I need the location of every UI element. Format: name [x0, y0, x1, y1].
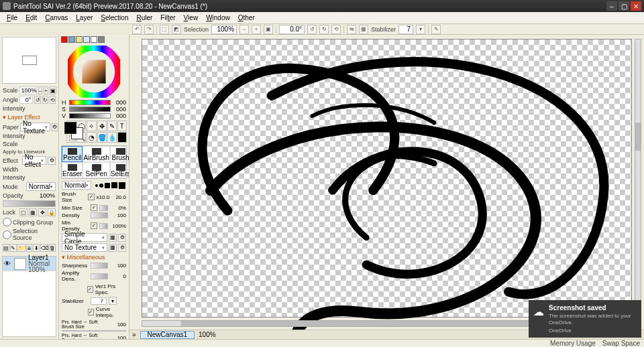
shape-opts-button[interactable]: ▦: [109, 234, 117, 242]
new-linework-button[interactable]: ✎: [10, 244, 17, 252]
invert-sel-button[interactable]: ◩: [172, 25, 181, 34]
brush-airbrush[interactable]: AirBrush: [83, 146, 109, 162]
edge-preset[interactable]: [95, 184, 98, 187]
swatch-button[interactable]: [76, 36, 83, 43]
menu-filter[interactable]: Filter: [156, 13, 179, 23]
zoom-field[interactable]: 100%: [211, 25, 237, 34]
edge-preset[interactable]: [111, 182, 117, 188]
new-layer-button[interactable]: ▤: [3, 244, 9, 252]
blend-mode-dropdown[interactable]: Normal: [26, 182, 56, 191]
angle-ccw-button[interactable]: ↺: [34, 96, 40, 104]
brush-size-chk[interactable]: ✓: [88, 194, 94, 200]
canvas-area[interactable]: [129, 35, 644, 330]
magic-wand-tool[interactable]: ✧: [87, 121, 96, 131]
menu-window[interactable]: Window: [202, 13, 234, 23]
paper-dropdown[interactable]: No Texture: [20, 123, 50, 131]
canvas-vscrollbar[interactable]: [635, 39, 641, 318]
curve-chk[interactable]: ✓: [88, 309, 94, 316]
lock-all-button[interactable]: 🔒: [48, 208, 56, 216]
effect-dropdown[interactable]: No effect: [22, 156, 46, 165]
sat-slider[interactable]: [69, 107, 111, 112]
stabilizer-field[interactable]: 7: [398, 25, 413, 34]
zoom-out-button[interactable]: –: [239, 25, 249, 34]
flip-h-button[interactable]: ⇋: [347, 25, 356, 34]
navigator-thumbnail[interactable]: [2, 37, 56, 84]
maximize-button[interactable]: ▢: [619, 1, 629, 11]
swatch-button[interactable]: [91, 36, 97, 43]
zoom-fit-button[interactable]: ▣: [264, 25, 273, 34]
document-tab[interactable]: NewCanvas1: [140, 331, 195, 339]
menu-other[interactable]: Other: [234, 13, 259, 23]
density-slider[interactable]: [91, 212, 108, 218]
hue-slider[interactable]: [69, 100, 111, 105]
min-size-chk[interactable]: ✓: [91, 204, 97, 211]
merge-down-button[interactable]: ⬇: [33, 244, 40, 252]
transfer-down-button[interactable]: ⇊: [26, 244, 33, 252]
brush-shape-dropdown[interactable]: Simple Circle: [62, 233, 107, 242]
scale-value[interactable]: 100%: [19, 86, 37, 94]
move-tool[interactable]: ✥: [97, 121, 107, 131]
brush-mode-dropdown[interactable]: Normal: [62, 181, 91, 190]
amplify-slider[interactable]: [91, 273, 108, 279]
min-size-slider[interactable]: [99, 205, 108, 211]
edge-preset[interactable]: [105, 183, 110, 188]
color-tool[interactable]: [117, 132, 127, 143]
pen-tool[interactable]: ✎: [107, 121, 117, 131]
brush-pencil[interactable]: Pencil: [62, 146, 83, 162]
selection-source-radio[interactable]: [3, 230, 11, 239]
stabilizer-dd-button[interactable]: ▾: [416, 25, 425, 34]
grid-button[interactable]: ▦: [359, 25, 368, 34]
menu-ruler[interactable]: Ruler: [132, 13, 156, 23]
min-density-slider[interactable]: [99, 223, 108, 229]
texture-opts-button[interactable]: ▦: [109, 244, 117, 252]
edge-preset[interactable]: [119, 182, 125, 189]
scale-plus-button[interactable]: +: [44, 86, 48, 94]
menu-canvas[interactable]: Canvas: [41, 13, 72, 23]
angle-reset-button[interactable]: ⟲: [50, 96, 56, 104]
swatch-button[interactable]: [98, 36, 105, 43]
layer-visibility-icon[interactable]: 👁: [3, 260, 12, 267]
rotation-field[interactable]: 0.0°: [279, 25, 305, 34]
lock-alpha-button[interactable]: ▢: [19, 208, 28, 216]
prs1-slider[interactable]: [62, 330, 126, 332]
shape-settings-button[interactable]: ⚙: [118, 234, 126, 242]
close-button[interactable]: ✕: [631, 1, 641, 11]
scale-reset-button[interactable]: ▣: [50, 86, 56, 94]
min-density-chk[interactable]: ✓: [91, 222, 97, 229]
brush-brush[interactable]: Brush: [110, 146, 129, 162]
tabbar-chevron-icon[interactable]: »: [132, 331, 136, 338]
lock-pos-button[interactable]: ✥: [38, 208, 46, 216]
menu-view[interactable]: View: [180, 13, 203, 23]
paper-opts-button[interactable]: ⚙: [52, 123, 58, 131]
layer-item[interactable]: 👁 Layer1 Normal100%: [3, 257, 56, 271]
swatch-button[interactable]: [61, 36, 68, 43]
color-wheel[interactable]: [60, 46, 127, 98]
angle-value[interactable]: 0°: [19, 96, 33, 104]
eyedropper-tool[interactable]: 💧: [107, 132, 117, 143]
brush-selpen[interactable]: SelPen: [83, 162, 109, 178]
brush-texture-dropdown[interactable]: No Texture: [62, 243, 107, 252]
rotate-ccw-button[interactable]: ↺: [307, 25, 317, 34]
brush-stabilizer-value[interactable]: 7: [91, 297, 107, 305]
deselect-button[interactable]: ⬚: [160, 25, 169, 34]
swatch-button[interactable]: [83, 36, 90, 43]
brush-size-value[interactable]: 20.0: [111, 194, 126, 200]
minimize-button[interactable]: –: [606, 1, 617, 11]
effect-opts-button[interactable]: ⚙: [48, 157, 56, 165]
lock-pixel-button[interactable]: ▦: [29, 208, 37, 216]
angle-cw-button[interactable]: ↻: [42, 96, 48, 104]
clear-layer-button[interactable]: ⌫: [40, 244, 48, 252]
menu-selection[interactable]: Selection: [97, 13, 132, 23]
edge-preset[interactable]: [99, 184, 103, 188]
menu-edit[interactable]: Edit: [21, 13, 41, 23]
stabilizer-dd[interactable]: ▾: [109, 297, 117, 305]
delete-layer-button[interactable]: 🗑: [49, 244, 56, 252]
rotate-reset-button[interactable]: ⟲: [331, 25, 341, 34]
clipping-group-radio[interactable]: [3, 218, 11, 226]
sharpness-slider[interactable]: [91, 263, 108, 269]
misc-header[interactable]: Miscellaneous: [59, 253, 129, 262]
menu-file[interactable]: File: [3, 13, 21, 23]
new-folder-button[interactable]: 📁: [17, 244, 25, 252]
texture-settings-button[interactable]: ⚙: [118, 244, 126, 252]
opacity-slider[interactable]: [3, 200, 56, 207]
